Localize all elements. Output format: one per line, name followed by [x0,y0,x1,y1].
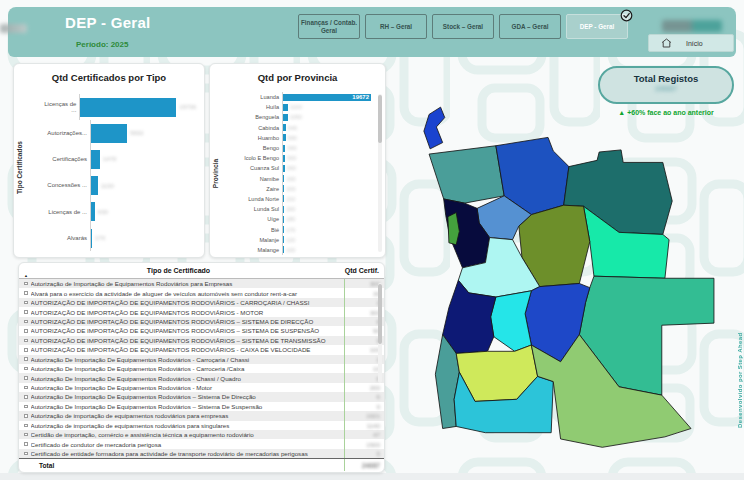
table-row[interactable]: AUTORIZAÇÃO DE IMPORTAÇÃO DE EQUIPAMENTO… [19,326,384,335]
row-checkbox-icon[interactable] [24,395,28,399]
nav-button-1[interactable]: RH – Geral [365,14,427,39]
col-header-tipo-certificado[interactable]: Tipo de Certificado [19,267,338,274]
scrollbar-thumb[interactable] [378,95,382,143]
row-checkbox-icon[interactable] [24,424,28,428]
bar[interactable]: 19672 [283,94,371,101]
row-checkbox-icon[interactable] [24,320,28,324]
nav-button-2[interactable]: Stock – Geral [432,14,494,39]
bar-value: 360 [287,165,296,171]
table-row[interactable]: Autorização de importação de equipamento… [19,411,384,420]
table-row[interactable]: AUTORIZAÇÃO DE IMPORTAÇÃO DE EQUIPAMENTO… [19,317,384,326]
bar[interactable] [283,175,284,182]
certificate-type: Autorização de Importação de Equipamento… [31,280,345,287]
table-row[interactable]: Autorização de Importação de Equipamento… [19,279,384,288]
row-checkbox-icon[interactable] [24,442,28,446]
bar[interactable] [80,98,176,117]
bar[interactable] [283,134,286,141]
home-button[interactable]: Início [648,34,734,52]
bar[interactable] [283,124,286,131]
bar-value: 630 [98,209,108,215]
bar[interactable] [283,236,284,243]
col-header-qtd-certif[interactable]: Qtd Certif. [338,267,384,274]
row-checkbox-icon[interactable] [24,329,28,333]
table-row[interactable]: Autorização De Importação De Equipamento… [19,402,384,411]
bar-track: 120 [282,235,373,245]
table-row[interactable]: Autorização De Importação De Equipamento… [19,373,384,382]
row-checkbox-icon[interactable] [24,386,28,390]
table-row[interactable]: AUTORIZAÇÃO DE IMPORTAÇÃO DE EQUIPAMENTO… [19,345,384,354]
certificate-type: AUTORIZAÇÃO DE IMPORTAÇÃO DE EQUIPAMENTO… [31,327,345,334]
bar[interactable] [91,202,95,221]
table-row[interactable]: Autorização De Importação De Equipamento… [19,383,384,392]
table-row[interactable]: Certidão de importação, comércio e assis… [19,430,384,439]
row-checkbox-icon[interactable] [24,339,28,343]
bar[interactable] [283,216,284,223]
category-label: Cuanza Sul [234,165,282,171]
table-row[interactable]: AUTORIZAÇÃO DE IMPORTAÇÃO DE EQUIPAMENTO… [19,307,384,316]
row-checkbox-icon[interactable] [24,301,28,305]
row-checkbox-icon[interactable] [24,357,28,361]
table-scrollbar-thumb[interactable] [378,284,382,344]
row-checkbox-icon[interactable] [24,405,28,409]
nav-button-3[interactable]: GDA – Geral [499,14,561,39]
bar[interactable] [283,145,285,152]
bar-track: 300 [282,184,373,194]
category-label: Licenças de ... [44,209,90,216]
bar[interactable] [91,124,127,143]
bar[interactable] [283,104,288,111]
table-row[interactable]: Autorização De Importação De Equipamento… [19,392,384,401]
row-checkbox-icon[interactable] [24,291,28,295]
bar[interactable] [283,206,284,213]
bar[interactable] [283,226,284,233]
bar-track: 1100 [282,102,373,112]
certificate-count: 200 [370,384,380,391]
row-checkbox-icon[interactable] [24,367,28,371]
category-label: Malange [234,247,282,253]
certificate-type: AUTORIZAÇÃO DE IMPORTAÇÃO DE EQUIPAMENTO… [31,318,345,325]
bar-value: 200 [286,206,295,212]
table-row[interactable]: AUTORIZAÇÃO DE IMPORTAÇÃO DE EQUIPAMENTO… [19,298,384,307]
row-checkbox-icon[interactable] [24,282,28,286]
angola-choropleth-map [414,104,728,464]
table-row[interactable]: Certificado de entidade formadora para a… [19,449,384,458]
bar-track: 170 [282,224,373,234]
bar-row: Uíge180 [234,214,373,224]
row-checkbox-icon[interactable] [24,452,28,456]
y-axis-title: Tipo Certificados [16,137,23,199]
bar-track: 580 [282,133,373,143]
bar-value: 1050 [290,114,302,120]
bar[interactable] [283,114,288,121]
table-row[interactable]: Autorização De Importação De Equipamento… [19,364,384,373]
map-region-huambo[interactable] [491,291,532,352]
table-row[interactable]: Autorização de importação de equipamento… [19,421,384,430]
nav-button-4[interactable]: DEP - Geral [566,14,628,39]
delta-vs-previous-year: ▲ +60% face ao ano anterior [594,109,738,116]
bar-track: 100 [282,245,373,255]
bar[interactable] [283,165,285,172]
bar[interactable] [283,246,284,253]
bar[interactable] [91,176,98,195]
row-checkbox-icon[interactable] [24,348,28,352]
bar[interactable] [91,229,92,248]
bar-value: 500 [287,155,296,161]
bar[interactable] [283,185,284,192]
map-region-cabinda[interactable] [424,107,445,149]
row-checkbox-icon[interactable] [24,433,28,437]
bar-row: Luanda19672 [234,92,373,102]
sort-indicator-icon[interactable]: ▲ [24,273,28,278]
row-checkbox-icon[interactable] [24,376,28,380]
row-checkbox-icon[interactable] [24,414,28,418]
row-checkbox-icon[interactable] [24,310,28,314]
nav-button-0[interactable]: Finanças / Contab. Geral [298,14,360,39]
y-axis-title: Província [212,143,219,205]
table-row[interactable]: Autorização De Importação De Equipamento… [19,355,384,364]
table-row[interactable]: Certificado de condutor de mercadoria pe… [19,439,384,448]
table-row[interactable]: Alvará para o exercício da actividade de… [19,288,384,297]
bar[interactable] [91,150,100,169]
table-row[interactable]: AUTORIZAÇÃO DE IMPORTAÇÃO DE EQUIPAMENTO… [19,336,384,345]
certificate-type: Autorização De Importação De Equipamento… [31,375,345,382]
bar[interactable] [283,155,285,162]
bar[interactable] [283,195,284,202]
category-label: Zaire [234,186,282,192]
map-region-zaire[interactable] [429,146,504,203]
